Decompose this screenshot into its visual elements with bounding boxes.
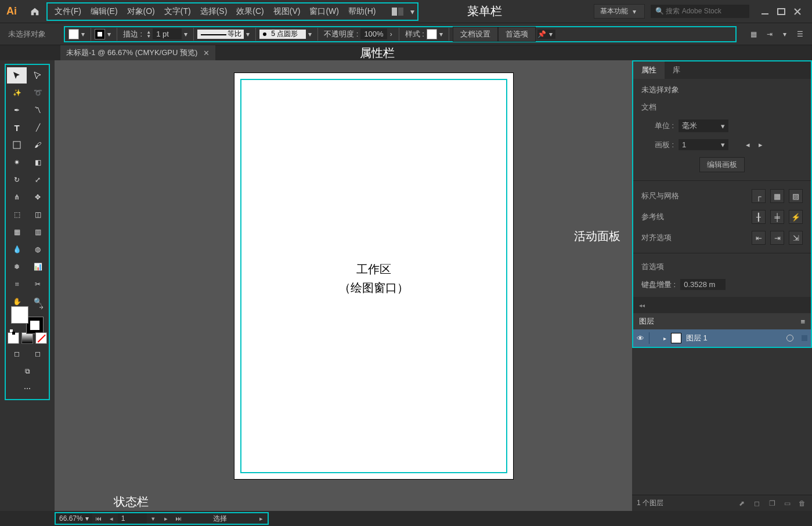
- isolate-button[interactable]: 📌 ▾: [538, 30, 555, 39]
- shape-builder-tool[interactable]: ⬚: [7, 206, 27, 223]
- document-tab[interactable]: 未标题-1 @ 66.67% (CMYK/GPU 预览) ✕: [60, 45, 215, 60]
- color-none[interactable]: [35, 332, 47, 344]
- chevron-down-icon[interactable]: ▾: [306, 30, 314, 38]
- eraser-tool[interactable]: ◧: [28, 154, 48, 171]
- delete-layer-icon[interactable]: 🗑: [797, 498, 807, 509]
- chevron-down-icon[interactable]: ▾: [244, 30, 252, 38]
- chevron-down-icon[interactable]: ▾: [79, 30, 87, 38]
- expand-icon[interactable]: ▸: [663, 335, 666, 342]
- arrange-docs-icon[interactable]: [389, 8, 406, 16]
- search-input[interactable]: 🔍 搜索 Adobe Stock: [651, 5, 749, 18]
- curvature-tool[interactable]: 〽: [28, 102, 48, 118]
- tab-libraries[interactable]: 库: [665, 61, 688, 79]
- fill-stroke-control[interactable]: [7, 311, 48, 327]
- layer-row[interactable]: 👁 ▸ 图层 1: [633, 329, 811, 347]
- menu-help[interactable]: 帮助(H): [344, 6, 380, 17]
- gradient-tool[interactable]: ▥: [28, 224, 48, 240]
- transparency-grid-icon[interactable]: ▨: [789, 189, 803, 203]
- menu-select[interactable]: 选择(S): [196, 6, 232, 17]
- doc-setup-button[interactable]: 文档设置: [453, 27, 498, 42]
- kb-increment-value[interactable]: 0.3528 m: [680, 279, 726, 290]
- menu-effect[interactable]: 效果(C): [232, 6, 268, 17]
- ruler-icon[interactable]: ┌: [752, 189, 766, 203]
- maximize-icon[interactable]: [777, 8, 785, 16]
- magic-wand-tool[interactable]: ✨: [7, 85, 27, 101]
- zoom-value[interactable]: 66.67%▾: [56, 513, 92, 524]
- screen-mode[interactable]: ⧉: [7, 363, 48, 379]
- profile-preview[interactable]: 等比: [197, 30, 244, 39]
- paintbrush-tool[interactable]: 🖌: [28, 137, 48, 153]
- stroke-swatch[interactable]: [95, 29, 105, 39]
- chevron-down-icon[interactable]: ▾: [781, 30, 789, 38]
- selection-tool[interactable]: [7, 67, 27, 84]
- chevron-down-icon[interactable]: ▾: [105, 30, 113, 38]
- opacity-value[interactable]: 100%: [360, 28, 387, 39]
- minimize-icon[interactable]: [761, 8, 769, 16]
- first-artboard-icon[interactable]: ⏮: [92, 513, 105, 524]
- chevron-down-icon[interactable]: ▾: [406, 7, 415, 16]
- guide-show-icon[interactable]: ╂: [752, 210, 766, 224]
- close-icon[interactable]: [793, 8, 802, 16]
- draw-normal[interactable]: ◻: [7, 346, 27, 362]
- menu-window[interactable]: 窗口(W): [305, 6, 344, 17]
- layer-name[interactable]: 图层 1: [686, 333, 708, 343]
- transform-icon[interactable]: ⇥: [764, 29, 775, 39]
- shaper-tool[interactable]: ✷: [7, 154, 27, 171]
- snap-point-icon[interactable]: ⇤: [752, 231, 766, 245]
- rotate-tool[interactable]: ↻: [7, 172, 27, 188]
- guide-lock-icon[interactable]: ╪: [770, 210, 784, 224]
- workspace-switcher[interactable]: 基本功能 ▾: [594, 4, 645, 19]
- lasso-tool[interactable]: ➰: [28, 85, 48, 101]
- stroke-weight-value[interactable]: 1 pt: [153, 28, 182, 39]
- menu-object[interactable]: 对象(O): [122, 6, 160, 17]
- target-icon[interactable]: [786, 335, 793, 342]
- align-icon[interactable]: ▦: [748, 29, 759, 39]
- direct-selection-tool[interactable]: [28, 67, 48, 84]
- grid-icon[interactable]: ▦: [770, 189, 784, 203]
- current-tool-label[interactable]: 选择: [185, 514, 255, 524]
- last-artboard-icon[interactable]: ⏭: [172, 513, 185, 524]
- symbol-sprayer-tool[interactable]: ❅: [7, 259, 27, 275]
- menu-type[interactable]: 文字(T): [160, 6, 196, 17]
- tab-properties[interactable]: 属性: [633, 61, 665, 79]
- prev-artboard-icon[interactable]: ◂: [105, 513, 118, 524]
- make-clip-icon[interactable]: ◻: [752, 498, 762, 509]
- chevron-down-icon[interactable]: ▾: [182, 30, 190, 38]
- width-tool[interactable]: ⋔: [7, 189, 27, 205]
- edit-toolbar[interactable]: ⋯: [7, 380, 48, 397]
- perspective-tool[interactable]: ◫: [28, 206, 48, 223]
- artboard-tool[interactable]: ⌗: [7, 276, 27, 292]
- panel-menu-icon[interactable]: ≡: [800, 317, 805, 326]
- home-icon[interactable]: [23, 0, 46, 23]
- scale-tool[interactable]: ⤢: [28, 172, 48, 188]
- new-sublayer-icon[interactable]: ❐: [767, 498, 777, 509]
- next-artboard-icon[interactable]: ▸: [160, 513, 172, 524]
- slice-tool[interactable]: ✂: [28, 276, 48, 292]
- eyedropper-tool[interactable]: 💧: [7, 241, 27, 257]
- menu-file[interactable]: 文件(F): [50, 6, 86, 17]
- canvas-area[interactable]: 工作区 （绘图窗口） 活动面板: [55, 60, 632, 511]
- locate-icon[interactable]: ⬈: [737, 498, 747, 509]
- snap-pixel-icon[interactable]: ⇥: [770, 231, 784, 245]
- visibility-icon[interactable]: 👁: [637, 334, 644, 343]
- edit-artboards-button[interactable]: 编辑画板: [699, 157, 745, 172]
- layers-tab[interactable]: 图层: [639, 316, 654, 327]
- free-transform-tool[interactable]: ✥: [28, 189, 48, 205]
- blend-tool[interactable]: ◍: [28, 241, 48, 257]
- style-swatch[interactable]: [427, 29, 437, 39]
- type-tool[interactable]: T: [7, 119, 27, 136]
- close-tab-icon[interactable]: ✕: [203, 49, 210, 57]
- smart-guide-icon[interactable]: ⚡: [789, 210, 803, 224]
- artboard-dd-icon[interactable]: ▾: [147, 513, 160, 524]
- menu-view[interactable]: 视图(V): [269, 6, 305, 17]
- fill-swatch[interactable]: [68, 29, 79, 39]
- rectangle-tool[interactable]: [7, 137, 27, 153]
- stroke-weight-stepper[interactable]: ▲▼: [145, 30, 153, 38]
- unit-select[interactable]: 毫米▾: [679, 119, 728, 132]
- brush-preview[interactable]: 5 点圆形: [259, 30, 306, 39]
- mesh-tool[interactable]: ▦: [7, 224, 27, 240]
- list-icon[interactable]: ☰: [795, 29, 805, 39]
- new-layer-icon[interactable]: ▭: [782, 498, 792, 509]
- prev-artboard-icon[interactable]: ◂: [744, 140, 752, 149]
- status-menu-icon[interactable]: ▸: [255, 513, 268, 524]
